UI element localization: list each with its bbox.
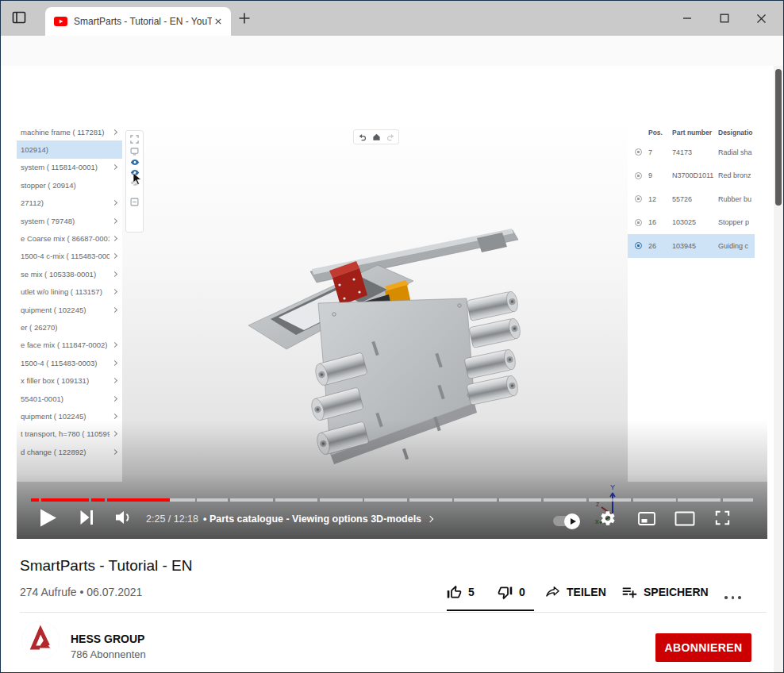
cell-part-number: 74173 xyxy=(672,148,718,156)
tree-item[interactable]: system ( 115814-0001) xyxy=(17,159,122,176)
chevron-right-icon xyxy=(112,307,117,313)
tree-item[interactable]: machine frame ( 117281) xyxy=(17,123,122,140)
close-button[interactable] xyxy=(748,7,774,29)
progress-segment[interactable] xyxy=(197,498,228,502)
chevron-right-icon xyxy=(112,253,117,259)
cell-pos: 12 xyxy=(648,195,672,203)
save-button[interactable]: SPEICHERN xyxy=(621,583,709,602)
progress-segment[interactable] xyxy=(499,498,542,502)
table-row[interactable]: 16103025Stopper p xyxy=(628,211,755,235)
tree-item-label: stopper ( 20914) xyxy=(21,181,117,190)
maximize-button[interactable] xyxy=(712,7,737,29)
autoplay-toggle[interactable] xyxy=(553,516,578,526)
table-row[interactable]: 9N3700D1011Red bronz xyxy=(628,164,755,188)
miniplayer-icon xyxy=(636,510,657,528)
tree-item-label: system ( 115814-0001) xyxy=(21,163,110,171)
settings-button[interactable] xyxy=(598,509,617,528)
like-button[interactable]: 5 xyxy=(446,583,475,602)
theater-mode-button[interactable] xyxy=(674,510,695,527)
save-label: SPEICHERN xyxy=(644,586,709,598)
chevron-right-icon xyxy=(112,218,117,224)
progress-segment[interactable] xyxy=(170,498,195,502)
browser-toolbar: https://www.youtube.com/watch?v=tvhTLA_D… xyxy=(1,36,783,66)
table-row[interactable]: 1255726Rubber bu xyxy=(628,187,755,211)
progress-segment[interactable] xyxy=(678,498,721,502)
progress-segment[interactable] xyxy=(723,498,753,502)
mouse-cursor-icon xyxy=(133,172,143,186)
tree-item[interactable]: 55401-0001) xyxy=(17,390,122,407)
progress-segment[interactable] xyxy=(633,498,676,502)
next-button[interactable] xyxy=(78,509,95,526)
progress-segment[interactable] xyxy=(230,498,273,502)
table-row[interactable]: 774173Radial sha xyxy=(628,140,755,164)
progress-segment[interactable] xyxy=(275,498,318,502)
progress-segment[interactable] xyxy=(544,498,586,502)
tree-item[interactable]: quipment ( 102245) xyxy=(17,301,122,318)
channel-name[interactable]: HESS GROUP xyxy=(71,633,144,645)
progress-segment[interactable] xyxy=(409,498,452,502)
tree-item[interactable]: x filler box ( 109131) xyxy=(17,371,122,389)
tree-item[interactable]: e face mix ( 111847-0002) xyxy=(17,336,122,354)
progress-segment[interactable] xyxy=(320,498,363,502)
active-tab[interactable]: SmartParts - Tutorial - EN - YouT xyxy=(45,7,231,36)
time-display: 2:25 / 12:18 xyxy=(146,513,198,525)
youtube-favicon xyxy=(54,17,67,26)
tree-item[interactable]: stopper ( 20914) xyxy=(17,176,122,194)
tree-item[interactable]: 1500-4 c-mix ( 115483-0002) xyxy=(17,248,122,265)
progress-bar[interactable] xyxy=(31,498,753,502)
volume-button[interactable] xyxy=(113,507,134,528)
chevron-right-icon xyxy=(112,200,117,206)
tree-item[interactable]: er ( 26270) xyxy=(17,318,122,336)
tree-item-label: 1500-4 ( 115483-0003) xyxy=(21,359,110,367)
progress-segment[interactable] xyxy=(364,498,407,502)
tree-item[interactable]: e Coarse mix ( 86687-0001) xyxy=(17,229,122,247)
cell-designation: Radial sha xyxy=(718,148,755,156)
progress-played-segment[interactable] xyxy=(107,498,170,502)
chapter-label[interactable]: • Parts catalogue - Viewing options 3D-m… xyxy=(203,513,421,525)
play-button[interactable] xyxy=(39,506,58,529)
progress-played-segment[interactable] xyxy=(91,498,105,502)
scrollbar-thumb[interactable] xyxy=(775,69,782,206)
progress-segment[interactable] xyxy=(589,498,632,502)
table-row[interactable]: 26103945Guiding c xyxy=(628,234,755,258)
tree-item[interactable]: 1500-4 ( 115483-0003) xyxy=(17,354,122,371)
dislike-button[interactable]: 0 xyxy=(497,583,525,602)
more-actions-button[interactable] xyxy=(724,588,741,607)
tab-title: SmartParts - Tutorial - EN - YouT xyxy=(74,16,212,27)
video-player[interactable]: machine frame ( 117281)102914)system ( 1… xyxy=(17,117,767,539)
parts-table: Pos.Part numberDesignatio 774173Radial s… xyxy=(628,125,755,258)
progress-played-segment[interactable] xyxy=(41,498,89,502)
autoplay-play-icon xyxy=(571,518,576,525)
hess-group-logo xyxy=(21,621,60,660)
chapter-chevron-icon[interactable] xyxy=(427,516,433,522)
tree-item-label: quipment ( 102245) xyxy=(21,306,110,314)
fit-view-icon xyxy=(130,135,139,144)
progress-segment[interactable] xyxy=(454,498,497,502)
share-button[interactable]: TEILEN xyxy=(544,583,606,602)
tree-item[interactable]: 27112) xyxy=(17,194,122,212)
tree-item[interactable]: se mix ( 105338-0001) xyxy=(17,265,122,283)
chevron-right-icon xyxy=(112,396,117,402)
part-gear-icon[interactable] xyxy=(635,242,642,249)
part-gear-icon[interactable] xyxy=(635,148,642,156)
minimize-button[interactable] xyxy=(674,7,700,29)
miniplayer-button[interactable] xyxy=(636,509,657,528)
subscribe-button[interactable]: ABONNIEREN xyxy=(655,633,751,662)
tree-item-label: 55401-0001) xyxy=(21,394,110,403)
undo-icon xyxy=(358,133,367,141)
fullscreen-button[interactable] xyxy=(713,508,732,528)
progress-played-segment[interactable] xyxy=(31,498,39,502)
tab-close-icon[interactable] xyxy=(212,15,225,28)
part-gear-icon[interactable] xyxy=(635,172,642,179)
part-gear-icon[interactable] xyxy=(635,219,642,226)
tree-item[interactable]: 102914) xyxy=(17,140,122,158)
section-divider xyxy=(20,612,767,613)
tree-item[interactable]: system ( 79748) xyxy=(17,212,122,229)
tab-actions-button[interactable] xyxy=(10,9,28,29)
tree-item[interactable]: utlet w/o lining ( 113157) xyxy=(17,283,122,301)
new-tab-button[interactable] xyxy=(236,10,252,29)
page-scrollbar[interactable] xyxy=(774,66,784,673)
part-gear-icon[interactable] xyxy=(635,195,642,202)
youtube-header: YouTube DE xyxy=(1,66,783,107)
channel-avatar[interactable] xyxy=(21,621,60,660)
